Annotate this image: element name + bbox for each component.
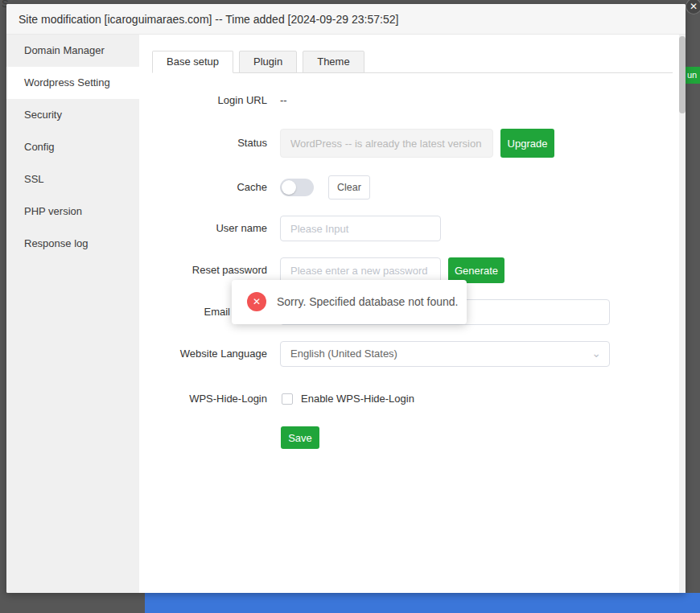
sidebar-item-domain-manager[interactable]: Domain Manager [6,35,139,67]
error-icon: ✕ [247,292,266,311]
close-button[interactable]: ✕ [686,0,700,14]
username-label: User name [139,216,267,241]
sidebar-item-config[interactable]: Config [6,131,139,163]
wps-hide-login-row: WPS-Hide-Login Enable WPS-Hide-Login [139,391,666,407]
sidebar-item-response-log[interactable]: Response log [6,228,139,260]
cache-label: Cache [139,175,267,200]
language-label: Website Language [139,341,267,367]
upgrade-button[interactable]: Upgrade [500,129,554,158]
screen: S un Site modification [icaroguimaraes.c… [0,0,700,613]
error-toast: ✕ Sorry. Specified database not found. [232,280,467,324]
login-url-label: Login URL [139,93,267,109]
background-green-button-fragment: un [686,67,700,84]
email-label: Email [139,299,230,325]
status-label: Status [139,129,267,158]
modal-title: Site modification [icaroguimaraes.com] -… [6,4,686,35]
sidebar-item-security[interactable]: Security [6,99,139,131]
tab-theme[interactable]: Theme [303,51,364,73]
language-selected-value: English (United States) [290,342,397,366]
login-url-row: Login URL -- [139,93,666,109]
language-select[interactable]: English (United States) ⌄ [280,341,610,367]
status-row: Status Upgrade [139,129,666,158]
username-row: User name [139,216,666,241]
tab-bar: Base setup Plugin Theme [152,50,673,73]
scrollbar-track[interactable] [679,35,686,593]
cache-toggle[interactable] [280,179,314,196]
error-toast-message: Sorry. Specified database not found. [277,280,458,324]
wps-hide-login-checkbox[interactable] [282,393,293,405]
wps-hide-login-label: WPS-Hide-Login [139,391,267,407]
tab-base-setup[interactable]: Base setup [152,51,233,73]
sidebar-item-ssl[interactable]: SSL [6,163,139,195]
wps-hide-login-checkbox-label[interactable]: Enable WPS-Hide-Login [301,391,414,407]
toggle-knob-icon [282,180,296,195]
save-button[interactable]: Save [281,426,319,449]
cache-row: Cache Clear [139,175,666,200]
background-blue-bar [145,593,700,613]
sidebar-item-wordpress-setting[interactable]: Wordpress Setting [6,67,139,99]
username-input[interactable] [280,216,441,241]
sidebar-item-php-version[interactable]: PHP version [6,195,139,228]
status-input [280,129,493,158]
background-green-button-text: un [687,70,697,80]
login-url-value: -- [280,93,287,109]
sidebar: Domain Manager Wordpress Setting Securit… [6,35,139,593]
tab-plugin[interactable]: Plugin [239,51,297,73]
chevron-down-icon: ⌄ [591,342,601,364]
clear-cache-button[interactable]: Clear [328,175,370,200]
language-row: Website Language English (United States)… [139,341,666,367]
scrollbar-thumb[interactable] [679,36,686,113]
